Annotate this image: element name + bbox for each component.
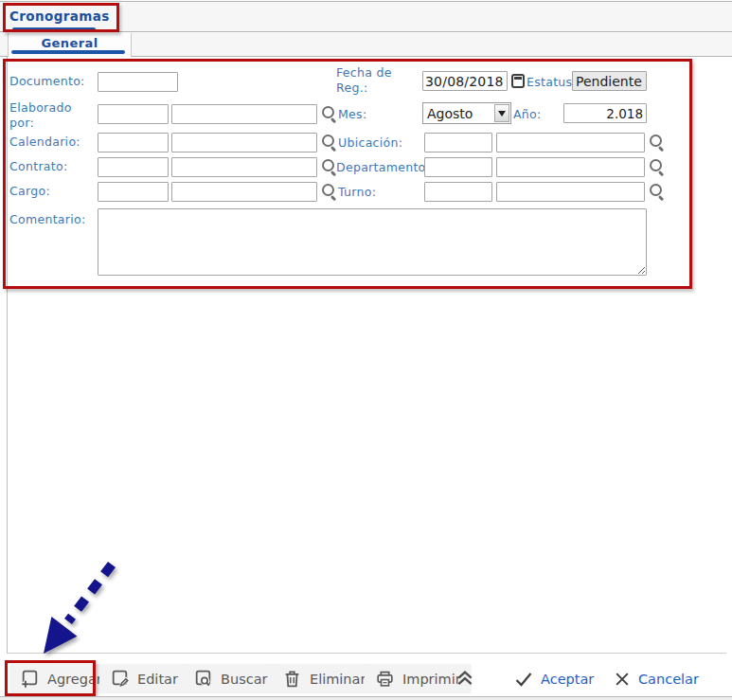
mes-label: Mes: [338, 107, 366, 122]
calendario-code-input[interactable] [98, 133, 169, 153]
mes-select-value: Agosto [427, 106, 473, 121]
fecha-reg-input[interactable] [422, 71, 508, 91]
eliminar-button[interactable]: Eliminar [272, 664, 376, 693]
elaborado-por-name-input[interactable] [171, 104, 317, 124]
aceptar-button-label: Aceptar [541, 672, 594, 687]
buscar-button[interactable]: Buscar [183, 664, 278, 693]
elaborado-por-code-input[interactable] [98, 104, 169, 124]
double-chevron-up-icon [454, 666, 476, 689]
cancelar-button[interactable]: Cancelar [614, 666, 699, 691]
document-pencil-icon [110, 669, 130, 689]
agregar-button-label: Agregar [47, 672, 102, 687]
ubicacion-magnifier-icon[interactable] [649, 134, 666, 151]
departamento-magnifier-icon[interactable] [649, 158, 666, 175]
anio-input[interactable] [563, 103, 647, 123]
fecha-reg-label: Fecha de Reg.: [336, 65, 407, 95]
bottom-strip [0, 696, 732, 700]
calendario-name-input[interactable] [171, 133, 317, 153]
editar-button[interactable]: Editar [99, 664, 188, 693]
cargo-label: Cargo: [9, 184, 50, 199]
comentario-label: Comentario: [9, 212, 86, 227]
cargo-code-input[interactable] [98, 182, 169, 202]
turno-code-input[interactable] [424, 182, 492, 202]
estatus-input [572, 71, 647, 91]
ubicacion-code-input[interactable] [424, 133, 492, 153]
comentario-textarea[interactable] [98, 208, 647, 276]
printer-icon [375, 669, 395, 689]
calendar-icon[interactable] [511, 74, 525, 88]
turno-name-input[interactable] [496, 182, 645, 202]
departamento-label: Departamento: [336, 160, 430, 175]
cargo-name-input[interactable] [171, 182, 317, 202]
down-arrow-icon[interactable] [494, 104, 509, 122]
cancelar-button-label: Cancelar [638, 672, 699, 687]
calendario-label: Calendario: [9, 135, 80, 150]
ubicacion-name-input[interactable] [496, 133, 645, 153]
anio-label: Año: [513, 107, 542, 122]
tab-general-label: General [9, 36, 131, 50]
check-icon [514, 670, 533, 689]
collapse-toolbar-button[interactable] [453, 666, 477, 691]
window-title-bar: Cronogramas [0, 1, 732, 32]
trash-icon [282, 669, 302, 689]
ubicacion-label: Ubicación: [338, 135, 402, 151]
cronogramas-window: Cronogramas General Documento: Fecha de … [0, 0, 732, 700]
calendario-magnifier-icon[interactable] [321, 134, 338, 151]
documento-input[interactable] [98, 72, 178, 92]
tab-general[interactable]: General [8, 33, 132, 57]
page-title: Cronogramas [9, 9, 110, 24]
turno-magnifier-icon[interactable] [649, 183, 666, 200]
departamento-code-input[interactable] [424, 157, 492, 177]
elaborado-por-label: Elaborado por: [9, 100, 85, 130]
document-plus-icon [20, 669, 40, 689]
elaborado-por-magnifier-icon[interactable] [321, 105, 338, 122]
documento-label: Documento: [9, 74, 85, 89]
eliminar-button-label: Eliminar [310, 672, 366, 687]
estatus-label: Estatus: [527, 75, 577, 90]
editar-button-label: Editar [137, 672, 178, 687]
tab-underline [11, 50, 125, 54]
buscar-button-label: Buscar [221, 672, 268, 687]
contrato-code-input[interactable] [98, 157, 169, 177]
title-underline [12, 27, 96, 31]
x-icon [614, 671, 631, 688]
aceptar-button[interactable]: Aceptar [514, 666, 594, 691]
cargo-magnifier-icon[interactable] [321, 183, 338, 200]
contrato-label: Contrato: [9, 159, 67, 174]
turno-label: Turno: [338, 185, 376, 200]
contrato-name-input[interactable] [171, 157, 317, 177]
departamento-name-input[interactable] [496, 157, 645, 177]
agregar-button[interactable]: Agregar [9, 664, 113, 693]
mes-select[interactable]: Agosto [422, 102, 511, 124]
document-magnifier-icon [193, 669, 213, 689]
